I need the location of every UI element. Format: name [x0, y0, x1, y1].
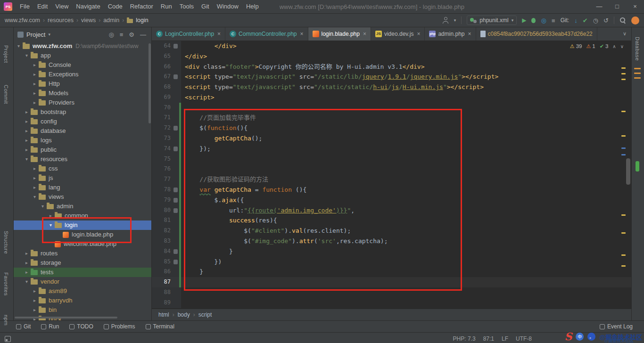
menu-tools[interactable]: Tools: [176, 0, 198, 13]
code-line-87[interactable]: 87: [152, 277, 631, 287]
tree-item-login.blade.php[interactable]: login.blade.php: [14, 230, 151, 239]
tree-chevron-icon[interactable]: ▸: [32, 70, 38, 79]
tree-item-Http[interactable]: ▸Http: [14, 79, 151, 89]
code-line-85[interactable]: 85 }): [152, 257, 631, 267]
code-line-84[interactable]: 84 }: [152, 246, 631, 257]
tree-chevron-icon[interactable]: ▸: [24, 145, 30, 155]
code-line-78[interactable]: 78 var getCaptCha = function (){: [152, 185, 631, 195]
tree-chevron-icon[interactable]: ▸: [48, 211, 54, 220]
tab-LoginController.php[interactable]: CLoginController.php×: [152, 27, 225, 41]
menu-window[interactable]: Window: [213, 0, 242, 13]
tree-item-logs[interactable]: ▸logs: [14, 136, 151, 145]
code-line-67[interactable]: 67<script type="text/javascript" src="/s…: [152, 72, 631, 82]
tree-item-www.zfw.com[interactable]: ▾www.zfw.comD:\wamp64\www\test\ww: [14, 41, 151, 51]
hidden-tabs-dropdown-icon[interactable]: ∨: [618, 31, 631, 37]
next-problem-icon[interactable]: ∨: [620, 44, 624, 49]
collapse-all-icon[interactable]: ≡: [118, 31, 125, 38]
debug-button[interactable]: [531, 18, 536, 23]
gear-icon[interactable]: ⚙: [127, 31, 136, 38]
code-line-82[interactable]: 82 $("#client").val(res.client);: [152, 226, 631, 236]
code-line-76[interactable]: 76: [152, 164, 631, 174]
tree-chevron-icon[interactable]: ▾: [16, 41, 22, 51]
close-tab-icon[interactable]: ×: [417, 31, 420, 37]
code-editor[interactable]: 64 </div>65</div>66<div class="footer">C…: [152, 41, 631, 309]
user-icon[interactable]: [442, 17, 449, 24]
search-icon[interactable]: [619, 17, 626, 24]
code-line-80[interactable]: 80 url:"{{route('admin.img_code')}}",: [152, 205, 631, 216]
code-line-73[interactable]: 73 getCaptCha();: [152, 133, 631, 144]
code-area[interactable]: 64 </div>65</div>66<div class="footer">C…: [152, 41, 631, 308]
code-line-72[interactable]: 72 $(function(){: [152, 123, 631, 133]
menu-git[interactable]: Git: [198, 0, 213, 13]
event-log-button[interactable]: Event Log: [600, 323, 633, 330]
chevron-down-icon[interactable]: ▾: [48, 32, 50, 37]
close-tab-icon[interactable]: ×: [300, 31, 304, 37]
breadcrumb-item[interactable]: html: [158, 311, 169, 318]
code-line-75[interactable]: 75: [152, 154, 631, 164]
code-line-64[interactable]: 64 </div>: [152, 41, 631, 51]
tab-admin.php[interactable]: phpadmin.php×: [425, 27, 476, 41]
toolbar-todo[interactable]: TODO: [69, 323, 93, 330]
git-commit-icon[interactable]: ✔: [583, 17, 588, 24]
menu-file[interactable]: File: [16, 0, 33, 13]
locate-file-icon[interactable]: ◎: [107, 31, 115, 38]
maximize-icon[interactable]: □: [608, 0, 626, 13]
code-line-89[interactable]: 89: [152, 298, 631, 308]
project-panel-title[interactable]: Project: [26, 31, 45, 38]
tree-item-resources[interactable]: ▾resources: [14, 155, 151, 164]
breadcrumb-item[interactable]: login: [136, 17, 148, 24]
close-icon[interactable]: ×: [626, 0, 644, 13]
tree-item-js[interactable]: ▸js: [14, 173, 151, 183]
menu-view[interactable]: View: [51, 0, 72, 13]
stop-button[interactable]: ■: [552, 17, 555, 24]
tree-item-routes[interactable]: ▸routes: [14, 249, 151, 258]
code-line-86[interactable]: 86 }: [152, 267, 631, 277]
code-line-83[interactable]: 83 $("#img_code").attr('src',res.captcha…: [152, 236, 631, 246]
tool-stripe-database[interactable]: Database: [635, 37, 640, 61]
tree-chevron-icon[interactable]: ▾: [24, 155, 30, 164]
inspections-widget[interactable]: ⚠39 ⚠1 ✔3 ∧ ∨: [570, 43, 624, 49]
tree-chevron-icon[interactable]: ▸: [24, 249, 30, 258]
menu-code[interactable]: Code: [104, 0, 126, 13]
coverage-button[interactable]: ◎: [541, 17, 546, 24]
tree-chevron-icon[interactable]: ▸: [32, 98, 38, 107]
tree-chevron-icon[interactable]: ▸: [24, 136, 30, 145]
tree-chevron-icon[interactable]: ▸: [24, 126, 30, 136]
rollback-icon[interactable]: ↺: [603, 17, 609, 24]
tree-item-css[interactable]: ▸css: [14, 164, 151, 173]
minimize-icon[interactable]: —: [590, 0, 608, 13]
close-tab-icon[interactable]: ×: [217, 31, 221, 37]
tool-stripe-structure[interactable]: Structure: [3, 231, 9, 254]
tree-chevron-icon[interactable]: ▾: [48, 220, 54, 230]
tool-windows-toggle-icon[interactable]: [5, 336, 11, 342]
tree-item-views[interactable]: ▾views: [14, 192, 151, 202]
menu-edit[interactable]: Edit: [33, 0, 51, 13]
code-line-70[interactable]: 70: [152, 103, 631, 113]
menu-navigate[interactable]: Navigate: [72, 0, 104, 13]
php-version[interactable]: PHP: 7.3: [453, 335, 476, 342]
code-line-77[interactable]: 77 //获取图形验证码的方法: [152, 174, 631, 185]
tree-item-storage[interactable]: ▸storage: [14, 258, 151, 268]
tree-item-login[interactable]: ▾login: [14, 220, 151, 230]
tree-chevron-icon[interactable]: ▸: [32, 183, 38, 192]
breadcrumb-item[interactable]: admin: [103, 17, 119, 24]
project-vertical-scrollbar[interactable]: [149, 43, 151, 123]
tree-item-bin[interactable]: ▸bin: [14, 305, 151, 315]
tool-stripe-commit[interactable]: Commit: [3, 85, 9, 104]
git-update-icon[interactable]: ↓: [574, 17, 578, 24]
breadcrumb-item[interactable]: body: [178, 311, 190, 318]
tree-item-Exceptions[interactable]: ▸Exceptions: [14, 70, 151, 79]
file-encoding[interactable]: UTF-8: [516, 335, 532, 342]
tree-chevron-icon[interactable]: ▸: [32, 296, 38, 305]
tree-chevron-icon[interactable]: ▸: [32, 173, 38, 183]
tree-chevron-icon[interactable]: ▾: [24, 277, 30, 286]
toolbar-git[interactable]: Git: [16, 323, 31, 330]
run-config-selector[interactable]: phpunit.xml▾: [467, 16, 517, 25]
tree-chevron-icon[interactable]: ▸: [32, 79, 38, 89]
tree-item-common[interactable]: ▸common: [14, 211, 151, 220]
tree-item-bootstrap[interactable]: ▸bootstrap: [14, 107, 151, 117]
tree-chevron-icon[interactable]: ▸: [32, 89, 38, 98]
tree-item-config[interactable]: ▸config: [14, 117, 151, 126]
tab-login.blade.php[interactable]: login.blade.php×: [308, 27, 371, 41]
tree-chevron-icon[interactable]: ▸: [24, 258, 30, 268]
